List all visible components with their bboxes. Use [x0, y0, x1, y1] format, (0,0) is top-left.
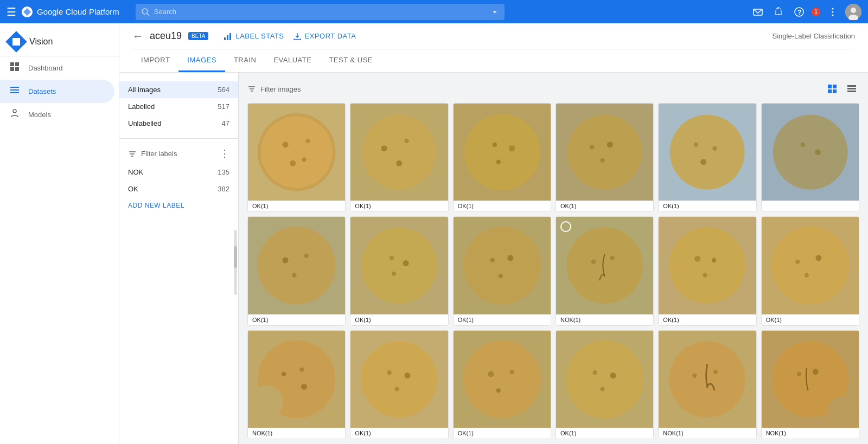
image-label: NOK(1) — [659, 428, 756, 439]
help-icon[interactable]: ? — [791, 4, 807, 20]
image-label: OK(1) — [350, 314, 448, 325]
svg-point-112 — [488, 371, 494, 377]
svg-point-84 — [498, 274, 502, 278]
bell-icon[interactable] — [770, 4, 787, 20]
back-button[interactable]: ← — [132, 30, 143, 42]
ok-label: OK — [128, 185, 138, 193]
image-label — [762, 201, 859, 205]
content-body: All images 564 Labelled 517 Unlabelled 4… — [119, 73, 868, 444]
svg-point-104 — [301, 384, 307, 390]
svg-point-122 — [692, 373, 697, 377]
cookie-image — [556, 331, 653, 428]
filter-more-icon[interactable]: ⋮ — [220, 147, 229, 159]
all-images-label: All images — [128, 86, 161, 94]
filter-bar: Filter images — [247, 81, 859, 96]
image-card[interactable]: OK(1) — [350, 103, 448, 212]
image-card[interactable] — [761, 103, 859, 212]
tabs: IMPORT IMAGES TRAIN EVALUATE TEST & USE — [132, 49, 855, 72]
tab-train[interactable]: TRAIN — [225, 49, 265, 72]
image-label: OK(1) — [454, 201, 551, 211]
image-card[interactable]: OK(1) — [658, 103, 756, 212]
svg-rect-38 — [847, 91, 856, 92]
project-title: aceu19 — [150, 30, 182, 42]
cookie-image — [762, 217, 859, 314]
left-nav: Vision Dashboard Datasets Models — [0, 23, 119, 444]
svg-point-9 — [832, 8, 834, 9]
brand-area: Vision — [0, 28, 119, 56]
labelled-label: Labelled — [128, 102, 155, 111]
dashboard-icon — [9, 62, 21, 74]
svg-line-2 — [147, 14, 149, 16]
tab-evaluate[interactable]: EVALUATE — [265, 49, 320, 72]
svg-point-67 — [773, 115, 847, 190]
sidebar-item-datasets[interactable]: Datasets — [0, 80, 114, 103]
datasets-label: Datasets — [28, 87, 56, 95]
filter-scrollbar[interactable] — [234, 230, 237, 295]
avatar[interactable] — [845, 4, 861, 20]
label-stats-button[interactable]: LABEL STATS — [224, 32, 284, 41]
image-card[interactable]: OK(1) — [453, 216, 551, 325]
list-view-button[interactable] — [844, 81, 859, 96]
svg-point-86 — [566, 228, 643, 304]
svg-point-113 — [509, 369, 514, 374]
content-header: ← aceu19 BETA LABEL STATS EXPORT DATA Si… — [119, 23, 868, 73]
tab-images[interactable]: IMAGES — [178, 49, 225, 72]
image-label: OK(1) — [659, 201, 756, 211]
image-card[interactable]: OK(1) — [556, 330, 654, 439]
svg-rect-33 — [833, 85, 837, 88]
image-card[interactable]: OK(1) — [247, 216, 346, 325]
svg-point-48 — [381, 145, 387, 151]
menu-icon[interactable]: ☰ — [7, 5, 16, 18]
filter-scrollbar-thumb[interactable] — [234, 246, 237, 268]
search-dropdown-icon[interactable] — [490, 8, 499, 16]
tab-test-use[interactable]: TEST & USE — [320, 49, 381, 72]
svg-point-126 — [827, 396, 857, 426]
image-label: OK(1) — [659, 314, 756, 325]
image-card[interactable]: OK(1) — [556, 103, 654, 212]
image-card[interactable]: OK(1) — [453, 103, 551, 212]
image-label: OK(1) — [454, 314, 551, 325]
cookie-image — [556, 104, 653, 201]
export-data-button[interactable]: EXPORT DATA — [293, 32, 356, 41]
image-label: OK(1) — [762, 314, 859, 325]
search-input[interactable] — [154, 8, 490, 16]
image-card[interactable]: OK(1) — [247, 103, 346, 212]
image-card[interactable]: OK(1) — [658, 216, 756, 325]
email-icon[interactable] — [750, 4, 766, 20]
svg-point-52 — [464, 114, 540, 190]
filter-labelled[interactable]: Labelled 517 — [119, 98, 238, 115]
svg-point-114 — [496, 388, 500, 392]
sidebar-item-models[interactable]: Models — [0, 103, 114, 126]
gcp-logo-icon — [22, 7, 33, 17]
image-card[interactable]: OK(1) — [453, 330, 551, 439]
add-new-label-button[interactable]: ADD NEW LABEL — [119, 197, 238, 214]
filter-nok[interactable]: NOK 135 — [119, 164, 238, 181]
more-vert-icon[interactable] — [825, 4, 841, 20]
filter-ok[interactable]: OK 382 — [119, 181, 238, 197]
image-card[interactable]: NOK(1) — [761, 330, 859, 439]
image-card[interactable]: OK(1) — [350, 330, 448, 439]
export-icon — [293, 32, 302, 41]
image-card[interactable]: OK(1) — [350, 216, 448, 325]
image-card[interactable]: NOK(1) — [556, 216, 654, 325]
unlabelled-label: Unlabelled — [128, 119, 161, 127]
filter-section-all: All images 564 Labelled 517 Unlabelled 4… — [119, 79, 238, 134]
svg-point-10 — [832, 11, 834, 12]
image-grid-container: Filter images — [239, 73, 868, 444]
notification-badge[interactable]: 1 — [812, 8, 820, 16]
sidebar-item-dashboard[interactable]: Dashboard — [0, 56, 114, 80]
image-card[interactable]: OK(1) — [761, 216, 859, 325]
filter-unlabelled[interactable]: Unlabelled 47 — [119, 115, 238, 132]
tab-import[interactable]: IMPORT — [132, 49, 178, 72]
dashboard-label: Dashboard — [28, 64, 63, 72]
grid-view-button[interactable] — [825, 81, 840, 96]
svg-point-92 — [712, 258, 716, 262]
cookie-image — [350, 104, 448, 201]
image-label: NOK(1) — [762, 428, 859, 439]
image-card[interactable]: NOK(1) — [658, 330, 756, 439]
filter-all-images[interactable]: All images 564 — [119, 81, 238, 98]
svg-point-98 — [804, 273, 808, 278]
image-card[interactable]: NOK(1) — [247, 330, 346, 439]
filter-labels-icon — [128, 149, 137, 158]
search-bar[interactable] — [136, 4, 505, 20]
